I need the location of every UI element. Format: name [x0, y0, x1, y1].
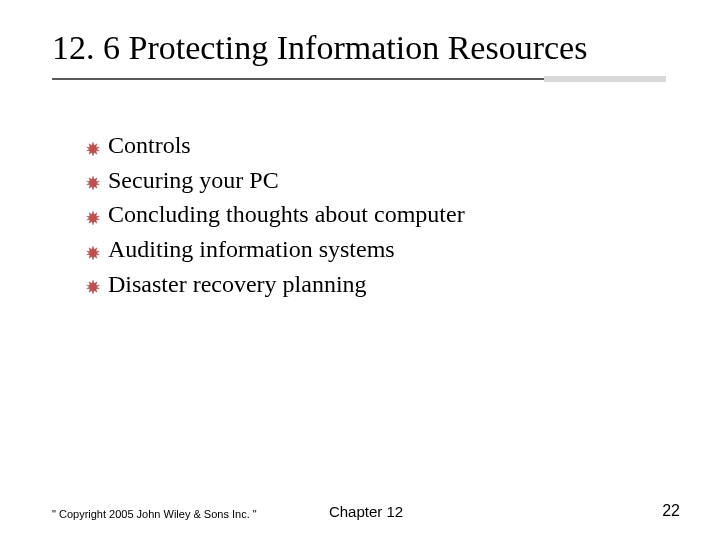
- underline-light-segment: [544, 76, 666, 82]
- footer-pagenumber: 22: [662, 502, 680, 520]
- list-item: Auditing information systems: [86, 234, 660, 265]
- bullet-list: Controls Securing your PC Concluding tho…: [86, 130, 660, 304]
- list-item: Disaster recovery planning: [86, 269, 660, 300]
- list-item: Controls: [86, 130, 660, 161]
- underline-dark-segment: [52, 78, 544, 80]
- svg-marker-0: [87, 142, 100, 156]
- svg-marker-3: [87, 246, 100, 260]
- starburst-icon: [86, 165, 108, 195]
- title-underline: [52, 76, 666, 82]
- svg-marker-4: [87, 280, 100, 294]
- starburst-icon: [86, 199, 108, 229]
- bullet-text: Auditing information systems: [108, 234, 660, 265]
- starburst-icon: [86, 130, 108, 160]
- slide: 12. 6 Protecting Information Resources C…: [0, 0, 720, 540]
- bullet-text: Concluding thoughts about computer: [108, 199, 660, 230]
- bullet-text: Securing your PC: [108, 165, 660, 196]
- svg-marker-2: [87, 211, 100, 225]
- bullet-text: Disaster recovery planning: [108, 269, 660, 300]
- starburst-icon: [86, 234, 108, 264]
- svg-marker-1: [87, 176, 100, 190]
- slide-footer: " Copyright 2005 John Wiley & Sons Inc. …: [52, 490, 680, 520]
- slide-title: 12. 6 Protecting Information Resources: [52, 28, 680, 67]
- bullet-text: Controls: [108, 130, 660, 161]
- starburst-icon: [86, 269, 108, 299]
- footer-chapter: Chapter 12: [52, 503, 680, 520]
- list-item: Concluding thoughts about computer: [86, 199, 660, 230]
- list-item: Securing your PC: [86, 165, 660, 196]
